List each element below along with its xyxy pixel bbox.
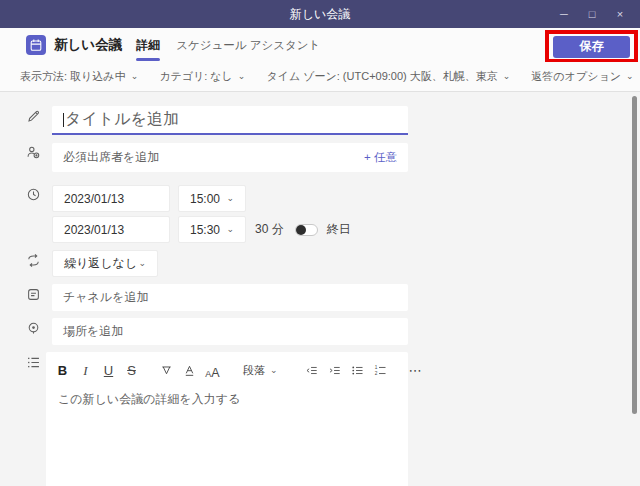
response-options-dropdown[interactable]: 返答のオプション ⌄	[531, 69, 633, 84]
minimize-icon[interactable]: ─	[550, 0, 578, 28]
chevron-down-icon: ⌄	[238, 72, 246, 81]
channel-input[interactable]: チャネルを追加	[52, 284, 408, 311]
vertical-scrollbar[interactable]	[632, 96, 637, 414]
numbered-list-icon[interactable]: 1 2	[374, 361, 387, 379]
window-titlebar: 新しい会議 ─ □ ×	[0, 0, 640, 28]
font-size-button[interactable]: AA	[206, 361, 219, 379]
repeat-select[interactable]: 繰り返しなし ⌄	[52, 250, 158, 277]
svg-text:1: 1	[374, 364, 377, 369]
agenda-icon	[26, 355, 41, 370]
start-time-select[interactable]: 15:00 ⌄	[178, 185, 246, 212]
attendees-placeholder: 必須出席者を追加	[63, 149, 159, 166]
location-input[interactable]: 場所を追加	[52, 318, 408, 345]
new-meeting-window: 新しい会議 ─ □ × 新しい会議 詳細 スケジュール アシスタント 保存 表示…	[0, 0, 640, 486]
channel-placeholder: チャネルを追加	[63, 289, 148, 306]
description-editor: B I U S AA	[46, 352, 408, 486]
save-button[interactable]: 保存	[553, 36, 630, 58]
location-icon	[26, 321, 41, 336]
text-caret	[63, 113, 64, 127]
italic-button[interactable]: I	[79, 361, 92, 379]
outdent-icon[interactable]	[305, 361, 318, 379]
start-date-input[interactable]: 2023/01/13	[52, 185, 170, 212]
timezone-dropdown[interactable]: タイム ゾーン: (UTC+09:00) 大阪、札幌、東京 ⌄	[266, 69, 510, 84]
save-button-highlight: 保存	[545, 30, 638, 63]
underline-button[interactable]: U	[102, 361, 115, 379]
attendees-input[interactable]: 必須出席者を追加 + 任意	[52, 143, 408, 172]
toggle-knob	[296, 225, 306, 235]
paragraph-dropdown[interactable]: 段落 ⌄	[243, 363, 278, 378]
clock-icon	[26, 187, 41, 202]
close-icon[interactable]: ×	[606, 0, 634, 28]
indent-icon[interactable]	[328, 361, 341, 379]
svg-text:2: 2	[374, 371, 377, 376]
repeat-row: 繰り返しなし ⌄	[52, 250, 158, 277]
formatting-toolbar: B I U S AA	[46, 352, 408, 383]
add-optional-attendees-link[interactable]: + 任意	[364, 150, 397, 165]
show-as-dropdown[interactable]: 表示方法: 取り込み中 ⌄	[20, 69, 138, 84]
chevron-down-icon: ⌄	[131, 72, 139, 81]
all-day-label: 終日	[327, 221, 351, 238]
strikethrough-button[interactable]: S	[125, 361, 138, 379]
pencil-icon	[26, 109, 41, 124]
end-datetime-row: 2023/01/13 15:30 ⌄ 30 分 終日	[52, 216, 351, 243]
maximize-icon[interactable]: □	[578, 0, 606, 28]
chevron-down-icon: ⌄	[226, 194, 234, 203]
tab-scheduling-assistant[interactable]: スケジュール アシスタント	[176, 28, 320, 62]
bullet-list-icon[interactable]	[351, 361, 364, 379]
location-placeholder: 場所を追加	[63, 323, 123, 340]
duration-label: 30 分	[255, 221, 284, 238]
font-color-icon[interactable]	[183, 361, 196, 379]
meeting-form: タイトルを追加 必須出席者を追加 + 任意 2023/01/13 15:00 ⌄…	[0, 92, 640, 486]
description-input[interactable]: この新しい会議の詳細を入力する	[46, 383, 408, 416]
meeting-options-bar: 表示方法: 取り込み中 ⌄ カテゴリ: なし ⌄ タイム ゾーン: (UTC+0…	[0, 62, 640, 92]
title-placeholder: タイトルを追加	[65, 109, 179, 130]
title-input[interactable]: タイトルを追加	[52, 106, 408, 135]
person-add-icon	[26, 145, 41, 160]
all-day-toggle[interactable]	[295, 224, 318, 236]
category-dropdown[interactable]: カテゴリ: なし ⌄	[159, 69, 245, 84]
calendar-app-icon	[26, 35, 46, 55]
chevron-down-icon: ⌄	[270, 366, 278, 375]
page-title: 新しい会議	[54, 36, 122, 54]
tab-details[interactable]: 詳細	[136, 28, 160, 62]
highlight-icon[interactable]	[160, 361, 173, 379]
window-title: 新しい会議	[290, 6, 351, 23]
repeat-icon	[26, 253, 41, 268]
bold-button[interactable]: B	[56, 361, 69, 379]
chevron-down-icon: ⌄	[503, 72, 511, 81]
end-date-input[interactable]: 2023/01/13	[52, 216, 170, 243]
end-time-select[interactable]: 15:30 ⌄	[178, 216, 246, 243]
channel-icon	[26, 287, 41, 302]
chevron-down-icon: ⌄	[226, 225, 234, 234]
window-controls: ─ □ ×	[550, 0, 634, 28]
meeting-header: 新しい会議 詳細 スケジュール アシスタント	[0, 28, 640, 62]
chevron-down-icon: ⌄	[138, 259, 146, 268]
more-options-icon[interactable]: ⋯	[409, 361, 422, 379]
chevron-down-icon: ⌄	[626, 72, 634, 81]
start-datetime-row: 2023/01/13 15:00 ⌄	[52, 185, 246, 212]
